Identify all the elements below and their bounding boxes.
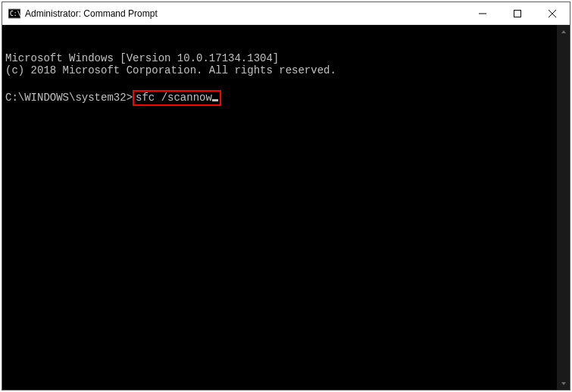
titlebar[interactable]: C:\ Administrator: Command Prompt: [2, 2, 570, 25]
terminal-line: Microsoft Windows [Version 10.0.17134.13…: [5, 52, 279, 64]
svg-rect-3: [514, 10, 521, 17]
prompt-path: C:\WINDOWS\system32>: [5, 92, 133, 104]
terminal-content: Microsoft Windows [Version 10.0.17134.13…: [5, 52, 554, 106]
minimize-button[interactable]: [465, 2, 500, 24]
typed-command: sfc /scannow: [136, 92, 212, 104]
terminal[interactable]: Microsoft Windows [Version 10.0.17134.13…: [2, 25, 570, 390]
scroll-track[interactable]: [557, 38, 570, 377]
scroll-up-icon[interactable]: [557, 25, 570, 38]
cmd-icon: C:\: [8, 8, 20, 20]
terminal-line: (c) 2018 Microsoft Corporation. All righ…: [5, 64, 336, 76]
svg-text:C:\: C:\: [10, 11, 20, 17]
close-button[interactable]: [535, 2, 570, 24]
scroll-down-icon[interactable]: [557, 377, 570, 390]
command-prompt-window: C:\ Administrator: Command Prompt Micros…: [2, 2, 570, 390]
vertical-scrollbar[interactable]: [557, 25, 570, 390]
window-controls: [465, 2, 570, 24]
maximize-button[interactable]: [500, 2, 535, 24]
window-title: Administrator: Command Prompt: [25, 8, 465, 19]
command-highlight: sfc /scannow: [133, 90, 221, 106]
cursor: [212, 99, 218, 101]
